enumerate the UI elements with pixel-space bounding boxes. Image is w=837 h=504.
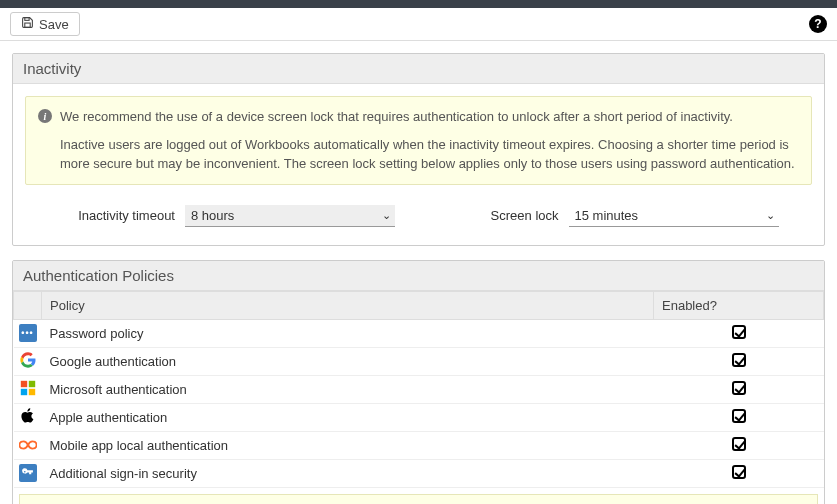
screen-lock-value: 15 minutes	[575, 208, 639, 223]
row-icon-cell: •••	[14, 319, 42, 347]
row-policy-label: Password policy	[42, 319, 654, 347]
table-row[interactable]: Apple authentication	[14, 403, 824, 431]
row-enabled-cell[interactable]	[654, 459, 824, 487]
inactivity-timeout-label: Inactivity timeout	[55, 208, 175, 223]
apple-icon	[19, 407, 37, 425]
auth-policies-panel: Authentication Policies Policy Enabled? …	[12, 260, 825, 505]
inactivity-info-line1: We recommend the use of a device screen …	[60, 107, 799, 127]
row-enabled-cell[interactable]	[654, 403, 824, 431]
help-button[interactable]: ?	[809, 15, 827, 33]
row-enabled-cell[interactable]	[654, 319, 824, 347]
svg-rect-5	[28, 389, 34, 395]
col-policy[interactable]: Policy	[42, 291, 654, 319]
auth-policies-footer: i Authentication Policies define how you…	[19, 494, 818, 505]
row-enabled-cell[interactable]	[654, 347, 824, 375]
inactivity-info: i We recommend the use of a device scree…	[25, 96, 812, 185]
window-titlebar	[0, 0, 837, 8]
row-policy-label: Additional sign-in security	[42, 459, 654, 487]
svg-rect-1	[25, 23, 30, 27]
svg-rect-0	[25, 18, 29, 21]
info-icon: i	[38, 109, 52, 123]
auth-policies-table: Policy Enabled? •••Password policyGoogle…	[13, 291, 824, 488]
chevron-down-icon: ⌄	[766, 209, 775, 222]
checkmark-icon	[732, 465, 746, 479]
checkmark-icon	[732, 353, 746, 367]
svg-rect-4	[20, 389, 26, 395]
checkmark-icon	[732, 325, 746, 339]
table-row[interactable]: Additional sign-in security	[14, 459, 824, 487]
mobile-app-icon	[19, 436, 37, 454]
row-icon-cell	[14, 431, 42, 459]
row-icon-cell	[14, 459, 42, 487]
key-icon	[19, 464, 37, 482]
auth-policies-header: Authentication Policies	[13, 261, 824, 291]
row-policy-label: Microsoft authentication	[42, 375, 654, 403]
svg-rect-3	[28, 381, 34, 387]
password-policy-icon: •••	[19, 324, 37, 342]
checkmark-icon	[732, 437, 746, 451]
save-button[interactable]: Save	[10, 12, 80, 36]
row-policy-label: Mobile app local authentication	[42, 431, 654, 459]
table-row[interactable]: Mobile app local authentication	[14, 431, 824, 459]
save-icon	[21, 16, 34, 32]
row-enabled-cell[interactable]	[654, 375, 824, 403]
inactivity-timeout-value: 8 hours	[191, 208, 234, 223]
row-policy-label: Google authentication	[42, 347, 654, 375]
row-icon-cell	[14, 347, 42, 375]
screen-lock-label: Screen lock	[439, 208, 559, 223]
checkmark-icon	[732, 381, 746, 395]
google-icon	[19, 351, 37, 369]
row-enabled-cell[interactable]	[654, 431, 824, 459]
table-row[interactable]: Google authentication	[14, 347, 824, 375]
microsoft-icon	[19, 379, 37, 397]
chevron-down-icon: ⌄	[382, 209, 391, 222]
row-policy-label: Apple authentication	[42, 403, 654, 431]
inactivity-panel: Inactivity i We recommend the use of a d…	[12, 53, 825, 246]
inactivity-timeout-select[interactable]: 8 hours ⌄	[185, 205, 395, 227]
row-icon-cell	[14, 403, 42, 431]
save-label: Save	[39, 17, 69, 32]
table-row[interactable]: Microsoft authentication	[14, 375, 824, 403]
row-icon-cell	[14, 375, 42, 403]
inactivity-header: Inactivity	[13, 54, 824, 84]
table-row[interactable]: •••Password policy	[14, 319, 824, 347]
screen-lock-select[interactable]: 15 minutes ⌄	[569, 205, 779, 227]
col-enabled[interactable]: Enabled?	[654, 291, 824, 319]
col-icon[interactable]	[14, 291, 42, 319]
checkmark-icon	[732, 409, 746, 423]
inactivity-info-line2: Inactive users are logged out of Workboo…	[60, 135, 799, 174]
toolbar: Save ?	[0, 8, 837, 41]
svg-rect-2	[20, 381, 26, 387]
